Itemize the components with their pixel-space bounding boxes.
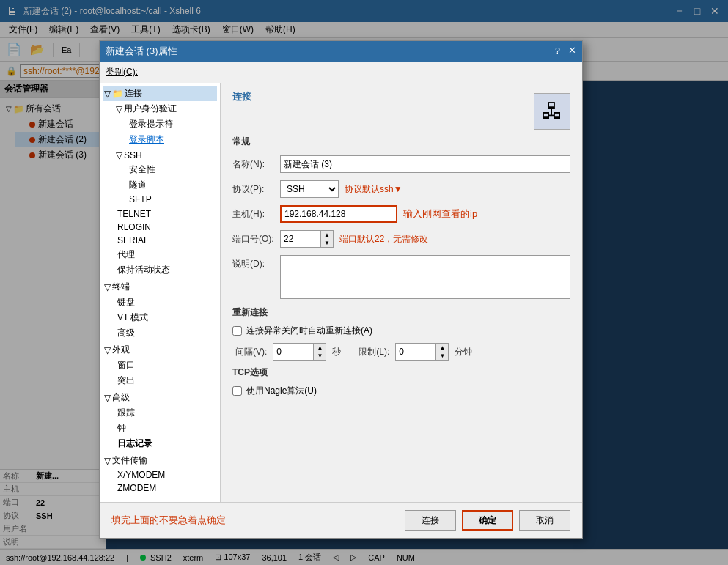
limit-increment-button[interactable]: ▲ [436, 344, 448, 352]
port-spinner-buttons: ▲ ▼ [320, 230, 334, 248]
limit-input[interactable] [395, 343, 435, 361]
tree-node-advanced[interactable]: ▽ 高级 [103, 390, 217, 405]
form-row-port: 端口号(O): ▲ ▼ 端口默认22，无需修改 [232, 230, 570, 248]
tree-node-connection[interactable]: ▽ 📁 连接 [103, 86, 217, 101]
label-terminal: 终端 [112, 281, 130, 293]
reconnect-checkbox[interactable] [232, 326, 242, 336]
dialog-help-button[interactable]: ？ [553, 45, 562, 58]
interval-spinner: ▲ ▼ [273, 343, 326, 361]
label-xymodem: X/YMODEM [117, 470, 165, 480]
protocol-label: 协议(P): [232, 183, 280, 196]
host-label: 主机(H): [232, 208, 280, 221]
tree-leaf-serial[interactable]: SERIAL [114, 234, 217, 247]
label-window: 窗口 [117, 359, 135, 372]
expand-icon-auth: ▽ [116, 104, 122, 114]
tree-leaf-vt[interactable]: VT 模式 [114, 310, 217, 325]
tree-leaf-logging[interactable]: 日志记录 [114, 436, 217, 451]
expand-icon-ssh: ▽ [116, 150, 122, 160]
tree-leaf-proxy[interactable]: 代理 [114, 247, 217, 262]
connection-settings-panel: 连接 🖧 常规 名称(N): 协议(P) [221, 83, 582, 502]
name-label: 名称(N): [232, 158, 280, 171]
tree-group-appearance: ▽ 外观 窗口 突出 [103, 342, 217, 388]
cancel-button[interactable]: 取消 [519, 510, 570, 531]
tree-node-auth[interactable]: ▽ 用户身份验证 [114, 101, 217, 117]
reconnect-checkbox-row: 连接异常关闭时自动重新连接(A) [232, 325, 570, 337]
tree-leaf-zmodem[interactable]: ZMODEM [114, 481, 217, 495]
tree-leaf-bell[interactable]: 钟 [114, 421, 217, 436]
port-increment-button[interactable]: ▲ [321, 231, 333, 239]
tree-leaf-login-script[interactable]: 登录脚本 [126, 132, 217, 147]
label-login-prompt: 登录提示符 [129, 118, 173, 130]
auth-children: 登录提示符 登录脚本 [114, 117, 217, 147]
label-logging: 日志记录 [117, 437, 152, 450]
label-serial: SERIAL [117, 235, 149, 245]
footer-hint: 填完上面的不要急着点确定 [111, 514, 226, 527]
tree-leaf-telnet[interactable]: TELNET [114, 207, 217, 221]
label-advanced: 高级 [117, 327, 135, 339]
label-appearance: 外观 [112, 344, 130, 356]
name-input[interactable] [280, 155, 570, 173]
dialog-footer: 填完上面的不要急着点确定 连接 确定 取消 [100, 502, 582, 538]
tree-leaf-highlight[interactable]: 突出 [114, 373, 217, 388]
form-row-host: 主机(H): 输入刚网查看的ip [232, 205, 570, 223]
port-spinner: ▲ ▼ [280, 230, 334, 248]
session-properties-dialog: 新建会话 (3)属性 ？ ✕ 类别(C): ▽ 📁 [99, 40, 583, 539]
tree-leaf-advanced[interactable]: 高级 [114, 325, 217, 341]
label-tunnel: 隧道 [129, 179, 147, 191]
dialog-close-button[interactable]: ✕ [568, 45, 576, 58]
tcp-title: TCP选项 [232, 366, 570, 379]
interval-decrement-button[interactable]: ▼ [314, 352, 326, 360]
label-ssh: SSH [124, 150, 142, 160]
tree-leaf-login-prompt[interactable]: 登录提示符 [126, 117, 217, 132]
interval-spinner-buttons: ▲ ▼ [313, 343, 326, 361]
port-hint: 端口默认22，无需修改 [339, 233, 428, 245]
reconnect-section: 重新连接 连接异常关闭时自动重新连接(A) 间隔(V): ▲ ▼ [232, 306, 570, 361]
tree-leaf-keepalive[interactable]: 保持活动状态 [114, 262, 217, 278]
dialog-titlebar: 新建会话 (3)属性 ？ ✕ [100, 41, 582, 62]
tree-leaf-rlogin[interactable]: RLOGIN [114, 221, 217, 234]
interval-input[interactable] [273, 343, 313, 361]
tree-leaf-xymodem[interactable]: X/YMODEM [114, 468, 217, 481]
limit-decrement-button[interactable]: ▼ [436, 352, 448, 360]
tree-group-filetransfer: ▽ 文件传输 X/YMODEM ZMODEM [103, 453, 217, 495]
port-input[interactable] [280, 230, 320, 248]
label-advanced-group: 高级 [112, 391, 130, 404]
tree-node-terminal[interactable]: ▽ 终端 [103, 279, 217, 295]
tree-group-auth: ▽ 用户身份验证 登录提示符 登录脚本 [114, 101, 217, 147]
tree-leaf-sftp[interactable]: SFTP [126, 193, 217, 206]
label-bell: 钟 [117, 422, 126, 435]
tcp-checkbox-row: 使用Nagle算法(U) [232, 385, 570, 397]
tree-leaf-tunnel[interactable]: 隧道 [126, 177, 217, 193]
label-proxy: 代理 [117, 248, 135, 261]
port-decrement-button[interactable]: ▼ [321, 239, 333, 247]
expand-icon-terminal: ▽ [104, 282, 111, 292]
label-keyboard: 键盘 [117, 296, 135, 309]
host-input[interactable] [280, 205, 397, 223]
label-keepalive: 保持活动状态 [117, 264, 170, 276]
tree-leaf-security[interactable]: 安全性 [126, 162, 217, 177]
dialog-title: 新建会话 (3)属性 [106, 45, 177, 58]
desc-textarea[interactable] [280, 255, 570, 299]
tree-leaf-keyboard[interactable]: 键盘 [114, 295, 217, 310]
host-hint: 输入刚网查看的ip [403, 207, 477, 221]
connect-button[interactable]: 连接 [405, 510, 456, 531]
tree-node-appearance[interactable]: ▽ 外观 [103, 342, 217, 358]
interval-increment-button[interactable]: ▲ [314, 344, 326, 352]
ok-button[interactable]: 确定 [462, 510, 513, 531]
nagle-checkbox[interactable] [232, 386, 242, 396]
protocol-select[interactable]: SSH TELNET RLOGIN SERIAL [280, 180, 339, 198]
properties-tree: ▽ 📁 连接 ▽ 用户身份验证 [100, 83, 221, 502]
expand-icon-advanced: ▽ [104, 393, 111, 403]
tree-leaf-window[interactable]: 窗口 [114, 358, 217, 373]
limit-spinner: ▲ ▼ [395, 343, 449, 361]
label-security: 安全性 [129, 163, 155, 176]
sec-unit-label: 秒 [332, 346, 341, 358]
tree-node-filetransfer[interactable]: ▽ 文件传输 [103, 453, 217, 468]
label-filetransfer: 文件传输 [112, 454, 147, 467]
expand-icon-connection: ▽ [104, 89, 111, 99]
tree-node-ssh[interactable]: ▽ SSH [114, 149, 217, 162]
tree-leaf-trace[interactable]: 跟踪 [114, 405, 217, 421]
tcp-section: TCP选项 使用Nagle算法(U) [232, 366, 570, 397]
interval-label: 间隔(V): [235, 346, 267, 358]
category-label-text: 类别(C): [106, 67, 138, 77]
